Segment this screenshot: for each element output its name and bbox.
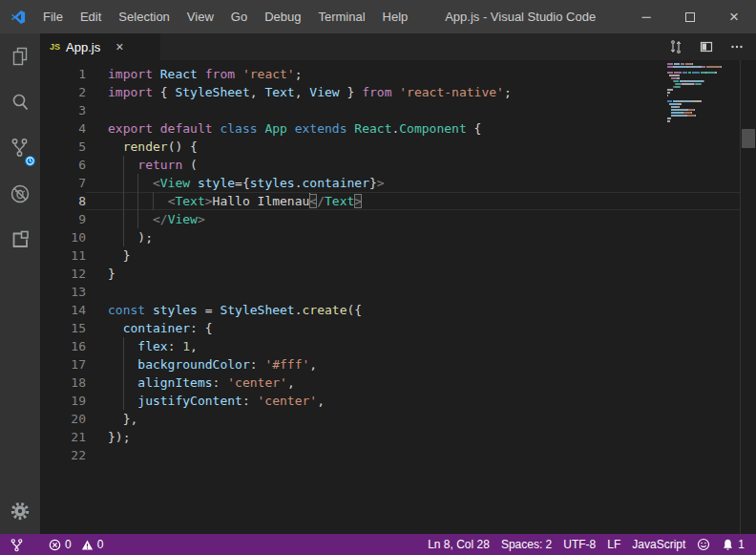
code-token [108,176,153,190]
menu-help[interactable]: Help [374,0,417,33]
minimap[interactable] [667,63,740,126]
code-line[interactable]: 1import React from 'react'; [40,65,741,83]
statusbar-notifications[interactable]: 1 [716,538,750,551]
code-token: import [108,67,153,81]
statusbar-feedback[interactable] [691,538,716,551]
vertical-scrollbar[interactable] [741,60,756,534]
code-editor[interactable]: 1import React from 'react';2import { Sty… [40,60,756,534]
menu-selection[interactable]: Selection [110,0,178,33]
code-line[interactable]: 6 return ( [40,156,741,174]
minimap-line [667,92,740,94]
line-number[interactable]: 3 [40,101,86,119]
minimize-button[interactable]: ─ [624,0,668,33]
statusbar-language[interactable]: JavaScript [626,538,691,551]
split-editor-icon[interactable] [699,39,714,54]
activitybar-debug[interactable] [0,171,40,217]
debug-icon [9,182,32,205]
code-line[interactable]: 15 container: { [40,319,741,337]
line-content: }); [86,428,741,446]
line-number[interactable]: 12 [40,265,86,283]
statusbar-eol[interactable]: LF [601,538,626,551]
code-line[interactable]: 14const styles = StyleSheet.create({ [40,301,741,319]
line-number[interactable]: 18 [40,374,86,392]
line-number[interactable]: 4 [40,119,86,138]
code-token: } [340,85,362,99]
statusbar-problems[interactable]: 0 0 [43,538,109,551]
line-number[interactable]: 8 [40,192,86,210]
activitybar-source-control[interactable] [0,125,40,171]
line-number[interactable]: 7 [40,174,86,192]
line-number[interactable]: 17 [40,355,86,374]
statusbar-branch[interactable] [4,538,30,552]
line-number[interactable]: 13 [40,283,86,301]
line-number[interactable]: 21 [40,428,86,446]
line-number[interactable]: 15 [40,319,86,337]
code-line[interactable]: 20 }, [40,410,741,428]
minimap-line [667,75,740,76]
language-text: JavaScript [632,538,685,551]
tab-close-icon[interactable]: × [116,40,123,53]
maximize-button[interactable] [668,0,712,33]
code-line[interactable]: 5 render() { [40,138,741,156]
code-line[interactable]: 19 justifyContent: 'center', [40,392,741,410]
code-token: flex [137,339,167,353]
code-line[interactable]: 16 flex: 1, [40,337,741,355]
code-line[interactable]: 4export default class App extends React.… [40,119,741,138]
menu-debug[interactable]: Debug [256,0,309,33]
line-number[interactable]: 22 [40,446,86,464]
statusbar-cursor-position[interactable]: Ln 8, Col 28 [422,538,495,551]
line-number[interactable]: 16 [40,337,86,355]
menu-view[interactable]: View [178,0,222,33]
menu-edit[interactable]: Edit [72,0,110,33]
code-token: : [168,339,183,353]
menu-file[interactable]: File [34,0,72,33]
code-line[interactable]: 9 </View> [40,210,741,228]
menu-terminal[interactable]: Terminal [309,0,373,33]
code-token: class [220,121,257,136]
indent-guide [123,210,124,228]
indent-guide [123,156,124,174]
gear-icon [9,500,32,523]
code-line[interactable]: 12} [40,265,741,283]
activitybar-settings[interactable] [0,488,40,534]
line-number[interactable]: 14 [40,301,86,319]
code-token: , [309,357,317,372]
code-line[interactable]: 18 alignItems: 'center', [40,374,741,392]
scrollbar-thumb[interactable] [742,129,755,148]
code-line[interactable]: 13 [40,283,741,301]
statusbar-indentation[interactable]: Spaces: 2 [495,538,557,551]
code-token: , [295,85,310,99]
code-line[interactable]: 3 [40,101,741,119]
menu-go[interactable]: Go [222,0,256,33]
line-number[interactable]: 2 [40,83,86,101]
code-token: View [168,212,198,226]
code-line[interactable]: 22 [40,446,741,464]
activitybar-search[interactable] [0,79,40,125]
code-line[interactable]: 21}); [40,428,741,446]
tab-appjs[interactable]: JS App.js × [40,33,160,60]
close-button[interactable]: × [712,0,756,33]
activitybar-extensions[interactable] [0,217,40,263]
swap-arrows-icon[interactable] [668,39,683,54]
line-number[interactable]: 19 [40,392,86,410]
status-bar: 0 0 Ln 8, Col 28 Spaces: 2 UTF-8 LF Java… [0,534,756,555]
line-number[interactable]: 10 [40,228,86,246]
warning-count: 0 [97,538,104,551]
code-line[interactable]: 11 } [40,246,741,265]
line-number[interactable]: 6 [40,156,86,174]
line-number[interactable]: 1 [40,65,86,83]
code-token: Hallo Ilmenau [213,194,310,208]
activitybar-explorer[interactable] [0,33,40,79]
extensions-icon [9,228,32,251]
code-line[interactable]: 2import { StyleSheet, Text, View } from … [40,83,741,101]
more-actions-icon[interactable] [729,39,745,54]
code-line[interactable]: 7 <View style={styles.container}> [40,174,741,192]
code-line[interactable]: 10 ); [40,228,741,246]
code-line[interactable]: 8 <Text>Hallo Ilmenau</Text> [40,192,741,210]
line-number[interactable]: 5 [40,138,86,156]
code-line[interactable]: 17 backgroundColor: '#fff', [40,355,741,374]
line-number[interactable]: 9 [40,210,86,228]
line-number[interactable]: 11 [40,246,86,265]
statusbar-encoding[interactable]: UTF-8 [557,538,601,551]
line-number[interactable]: 20 [40,410,86,428]
